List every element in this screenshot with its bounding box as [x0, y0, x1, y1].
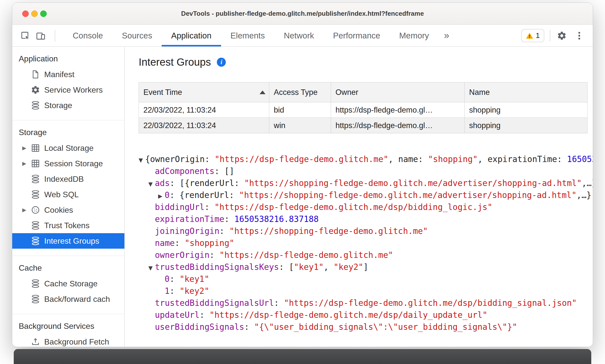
sidebar-item-interest-groups[interactable]: Interest Groups: [12, 233, 124, 249]
sidebar-item-background-fetch[interactable]: Background Fetch: [12, 334, 124, 347]
column-header-label: Event Time: [143, 88, 182, 97]
column-header-label: Owner: [335, 88, 358, 97]
collapse-toggle-icon[interactable]: ▼: [139, 154, 145, 166]
collapse-toggle-icon[interactable]: ▼: [148, 178, 155, 190]
column-header-name[interactable]: Name: [465, 82, 588, 102]
warning-icon: [526, 32, 533, 39]
sidebar-item-label: Session Storage: [44, 159, 103, 168]
tab-network[interactable]: Network: [274, 25, 323, 46]
token-str: "https://dsp-fledge-demo.glitch.me/dsp/d…: [210, 310, 488, 320]
expand-arrow-icon[interactable]: ▶: [22, 161, 31, 167]
info-icon[interactable]: i: [217, 58, 226, 67]
collapse-toggle-icon[interactable]: ▼: [148, 262, 155, 274]
sidebar-item-local-storage[interactable]: ▶Local Storage: [12, 140, 124, 156]
database-icon: [31, 279, 40, 288]
sidebar-section-application: ApplicationManifestService WorkersStorag…: [12, 47, 124, 120]
sidebar-item-back-forward-cach[interactable]: Back/forward cach: [12, 291, 124, 307]
page-title: Interest Groups: [139, 56, 211, 68]
token-str: "https://shopping-fledge-demo.glitch.me/…: [239, 190, 577, 200]
token-plain: :: [205, 202, 215, 212]
toolbar-separator: [550, 30, 550, 41]
sidebar-item-label: Interest Groups: [44, 236, 99, 246]
sidebar-item-cookies[interactable]: ▶Cookies: [12, 202, 124, 218]
tree-line[interactable]: ▼trustedBiddingSignalsKeys: ["key1", "ke…: [125, 261, 593, 273]
sidebar-item-storage[interactable]: Storage: [12, 98, 124, 113]
sidebar-item-trust-tokens[interactable]: Trust Tokens: [12, 218, 124, 233]
token-plain: : {renderUrl:: [170, 190, 239, 200]
tree-line[interactable]: ▼{ownerOrigin: "https://dsp-fledge-demo.…: [125, 153, 593, 165]
fetch-icon: [31, 337, 40, 347]
tab-performance[interactable]: Performance: [323, 25, 390, 46]
sidebar-item-label: Cookies: [44, 205, 73, 215]
sidebar-section-cache: CacheCache StorageBack/forward cach: [12, 256, 124, 314]
sidebar-item-manifest[interactable]: Manifest: [12, 67, 124, 82]
settings-gear-icon[interactable]: [556, 29, 568, 43]
inspect-element-icon[interactable]: [19, 29, 31, 43]
title-bar: DevTools - publisher-fledge-demo.glitch.…: [12, 3, 593, 25]
table-row[interactable]: 22/03/2022, 11:03:24bidhttps://dsp-fledg…: [139, 102, 588, 118]
token-plain: :: [175, 238, 185, 248]
token-plain: : []: [214, 166, 234, 176]
token-plain: :: [219, 226, 229, 236]
tab-console[interactable]: Console: [63, 25, 112, 46]
column-header-access-type[interactable]: Access Type: [269, 82, 331, 102]
kebab-menu-icon[interactable]: [573, 29, 585, 43]
more-tabs-chevron[interactable]: »: [438, 25, 455, 46]
column-header-label: Name: [469, 88, 490, 97]
zoom-window-button[interactable]: [40, 10, 47, 17]
table-cell: shopping: [465, 118, 588, 133]
tab-memory[interactable]: Memory: [390, 25, 438, 46]
token-plain: :: [244, 322, 254, 332]
token-str: "https://dsp-fledge-demo.glitch.me": [219, 250, 393, 260]
token-str: "https://shopping-fledge-demo.glitch.me/…: [244, 178, 582, 188]
tab-sources[interactable]: Sources: [112, 25, 162, 46]
token-plain: :: [274, 298, 284, 308]
minimize-window-button[interactable]: [31, 10, 38, 17]
sidebar-item-service-workers[interactable]: Service Workers: [12, 82, 124, 98]
table-row[interactable]: 22/03/2022, 11:03:24winhttps://dsp-fledg…: [139, 118, 588, 133]
cookie-icon: [31, 205, 40, 215]
tree-line: joiningOrigin: "https://shopping-fledge-…: [125, 225, 593, 237]
token-str: "key1": [294, 262, 323, 272]
tree-line: 0: "key1": [125, 273, 593, 285]
table-body: 22/03/2022, 11:03:24bidhttps://dsp-fledg…: [139, 102, 588, 133]
sidebar-item-label: Back/forward cach: [44, 295, 110, 304]
tab-application[interactable]: Application: [162, 25, 221, 46]
tree-line: adComponents: []: [125, 165, 593, 177]
token-key: expirationTime: [155, 214, 224, 224]
tree-line[interactable]: ▶0: {renderUrl: "https://shopping-fledge…: [125, 189, 593, 201]
devtools-window: DevTools - publisher-fledge-demo.glitch.…: [12, 2, 593, 347]
table-cell: https://dsp-fledge-demo.gl…: [331, 118, 465, 133]
sidebar-item-cache-storage[interactable]: Cache Storage: [12, 276, 124, 291]
token-num: 1650538216.837188: [567, 154, 593, 164]
sidebar-item-label: Manifest: [44, 70, 74, 79]
token-key: trustedBiddingSignalsKeys: [155, 262, 279, 272]
sort-ascending-icon: [260, 90, 266, 94]
sidebar-section-title: Background Services: [12, 318, 124, 334]
warning-count: 1: [536, 31, 540, 40]
sidebar-item-web-sql[interactable]: Web SQL: [12, 187, 124, 202]
database-icon: [31, 236, 40, 246]
device-toolbar-icon[interactable]: [35, 29, 47, 43]
token-str: "https://dsp-fledge-demo.glitch.me": [215, 154, 388, 164]
sidebar-item-label: Web SQL: [44, 190, 79, 199]
tree-line[interactable]: ▼ads: [{renderUrl: "https://shopping-fle…: [125, 177, 593, 189]
token-str: "key2": [333, 262, 363, 272]
token-key: ownerOrigin: [155, 250, 210, 260]
close-window-button[interactable]: [22, 10, 29, 17]
sidebar-item-session-storage[interactable]: ▶Session Storage: [12, 156, 124, 171]
token-plain: ,…}: [577, 190, 592, 200]
column-header-event-time[interactable]: Event Time: [139, 82, 269, 102]
table-cell: 22/03/2022, 11:03:24: [139, 102, 269, 118]
token-str: "{\"user_bidding_signals\":\"user_biddin…: [254, 322, 517, 332]
column-header-owner[interactable]: Owner: [331, 82, 465, 102]
expand-arrow-icon[interactable]: ▶: [22, 145, 31, 151]
warnings-badge[interactable]: 1: [521, 29, 544, 42]
sidebar-item-label: IndexedDB: [44, 175, 84, 184]
token-plain: , name:: [388, 154, 428, 164]
tab-elements[interactable]: Elements: [221, 25, 275, 46]
expand-arrow-icon[interactable]: ▶: [22, 207, 31, 213]
sidebar-item-label: Trust Tokens: [44, 221, 89, 230]
sidebar-item-indexeddb[interactable]: IndexedDB: [12, 171, 124, 187]
expand-toggle-icon[interactable]: ▶: [158, 190, 165, 202]
